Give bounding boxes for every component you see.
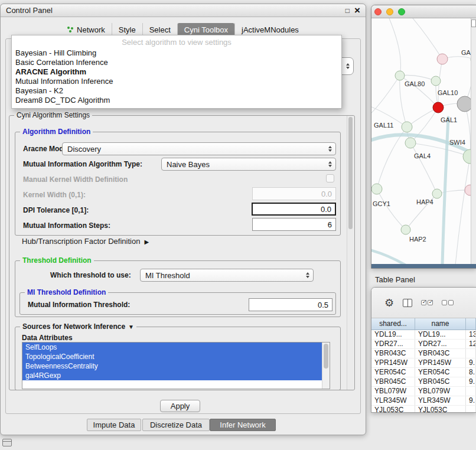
sources-title[interactable]: Sources for Network Inference▼ [20, 322, 136, 331]
tab-network[interactable]: Network [61, 23, 112, 36]
mi-threshold-label: Mutual Information Threshold: [28, 301, 130, 309]
table-row[interactable]: YJL053CYJL053C [371, 406, 476, 412]
algorithm-popup-item[interactable]: Dream8 DC_TDC Algorithm [12, 96, 341, 105]
column-header[interactable]: name [415, 318, 466, 330]
algorithm-popup-item[interactable]: Mutual Information Inference [12, 77, 341, 86]
algorithm-popup-list: Bayesian - Hill ClimbingBasic Correlatio… [12, 48, 341, 105]
mi-steps-label: Mutual Information Steps: [23, 221, 110, 230]
network-node[interactable] [437, 54, 448, 64]
algorithm-popup-item[interactable]: Basic Correlation Inference [12, 58, 341, 67]
mi-threshold-input[interactable] [249, 298, 332, 311]
network-node[interactable] [395, 71, 405, 80]
deselect-all-icon[interactable] [442, 300, 454, 305]
network-node[interactable] [405, 138, 416, 148]
network-edge[interactable] [389, 18, 401, 76]
apply-button[interactable]: Apply [160, 400, 200, 412]
bottom-tab-impute-data[interactable]: Impute Data [87, 419, 141, 431]
data-attributes-list[interactable]: SelfLoopsTopologicalCoefficientBetweenne… [22, 342, 330, 389]
table-row[interactable]: YER054CYER054C8. [371, 368, 476, 377]
hub-section-label: Hub/Transcription Factor Definition [22, 237, 140, 246]
table-row[interactable]: YDR27...YDR27...12 [371, 340, 476, 349]
combobox-arrows-icon [328, 146, 332, 152]
tab-label: jActiveMNodules [242, 25, 299, 34]
network-edge[interactable] [410, 143, 437, 194]
mi-threshold-definition-title: MI Threshold Definition [25, 288, 108, 296]
table-row[interactable]: YDL19...YDL19...13 [371, 330, 476, 340]
dpi-tolerance-input[interactable] [252, 203, 336, 216]
close-traffic-light-icon[interactable] [374, 8, 382, 15]
data-attribute-item[interactable]: SelfLoops [22, 343, 322, 352]
network-canvas[interactable]: GAL80GAL10GAL11GAL1SWI4GAL4GCY1HAP4HAP2G… [371, 18, 476, 265]
tab-jactivemnodules[interactable]: jActiveMNodules [234, 23, 305, 36]
network-node[interactable] [433, 102, 444, 113]
network-node[interactable] [432, 189, 442, 198]
network-node[interactable] [401, 225, 410, 234]
algorithm-popup-item[interactable]: Bayesian - Hill Climbing [12, 48, 341, 58]
table-row[interactable]: YBL079WYBL079W [371, 387, 476, 396]
table-cell [466, 349, 476, 358]
which-threshold-combobox[interactable]: MI Threshold [140, 269, 314, 282]
algorithm-popup-placeholder: Select algorithm to view settings [12, 35, 341, 48]
table-row[interactable]: YBR043CYBR043C [371, 349, 476, 358]
network-edge[interactable] [413, 18, 442, 59]
network-node-label: HAP4 [416, 198, 433, 206]
algorithm-popup: Select algorithm to view settings Bayesi… [11, 35, 342, 109]
column-header[interactable] [466, 318, 476, 330]
threshold-definition-title: Threshold Definition [20, 256, 94, 265]
zoom-traffic-light-icon[interactable] [398, 8, 405, 15]
table-cell: 9. [466, 358, 476, 367]
network-node[interactable] [371, 184, 382, 194]
hub-transcription-factor-section[interactable]: Hub/Transcription Factor Definition▶ [22, 237, 149, 246]
tab-select[interactable]: Select [142, 23, 177, 36]
close-window-icon[interactable]: × [354, 5, 360, 15]
select-all-icon[interactable] [421, 300, 433, 305]
algorithm-popup-item[interactable]: ARACNE Algorithm [12, 67, 341, 77]
scrollbar-thumb[interactable] [324, 344, 328, 369]
kernel-width-input[interactable] [252, 187, 336, 200]
table-cell: YPR145W [415, 358, 466, 367]
network-vertical-scrollbar[interactable] [471, 18, 476, 264]
attr-rows: SelfLoopsTopologicalCoefficientBetweenne… [22, 343, 330, 380]
network-window-titlebar [371, 5, 476, 18]
tab-style[interactable]: Style [112, 23, 142, 36]
data-attributes-label: Data Attributes [22, 334, 73, 342]
column-header[interactable]: shared... [371, 318, 415, 330]
table-row[interactable]: YPR145WYPR145W9. [371, 358, 476, 368]
tab-label: Cyni Toolbox [184, 25, 228, 34]
expand-down-arrow-icon: ▼ [128, 324, 134, 330]
settings-gear-icon[interactable]: ⚙ [384, 298, 394, 308]
network-edge[interactable] [455, 156, 470, 265]
table-row[interactable]: YBR045CYBR045C9. [371, 377, 476, 387]
network-tab-icon [67, 27, 74, 32]
network-edge[interactable] [371, 76, 400, 113]
bottom-tab-infer-network[interactable]: Infer Network [210, 419, 276, 431]
minimize-traffic-light-icon[interactable] [386, 8, 393, 15]
mi-steps-input[interactable] [252, 218, 336, 231]
scrollbar-button[interactable] [471, 19, 476, 27]
network-node-label: SWI4 [449, 139, 465, 146]
table-cell: YBR043C [415, 349, 466, 358]
dpi-tolerance-label: DPI Tolerance [0,1]: [23, 206, 89, 214]
network-edge[interactable] [371, 250, 406, 265]
tab-cyni-toolbox[interactable]: Cyni Toolbox [177, 23, 234, 36]
float-window-icon[interactable]: □ [345, 7, 350, 14]
aracne-mode-combobox[interactable]: Discovery [62, 142, 336, 155]
network-edge[interactable] [377, 189, 406, 230]
scrollbar-thumb[interactable] [348, 117, 353, 229]
tab-label: Style [119, 25, 136, 34]
bottom-tab-discretize-data[interactable]: Discretize Data [142, 419, 210, 431]
data-attribute-item[interactable]: TopologicalCoefficient [22, 352, 322, 361]
network-node[interactable] [431, 76, 441, 86]
panel-dock-icon[interactable] [2, 439, 12, 446]
settings-vertical-scrollbar[interactable] [347, 116, 354, 390]
data-attribute-item[interactable]: BetweennessCentrality [22, 361, 322, 371]
mi-algorithm-type-combobox[interactable]: Naive Bayes [161, 158, 336, 171]
column-selector-icon[interactable] [403, 299, 412, 307]
combobox-arrows-icon [306, 272, 309, 278]
attributes-vertical-scrollbar[interactable] [322, 343, 330, 389]
manual-kernel-width-checkbox[interactable] [326, 174, 334, 182]
table-row[interactable]: YLR345WYLR345W9. [371, 396, 476, 406]
algorithm-popup-item[interactable]: Bayesian - K2 [12, 86, 341, 96]
network-node[interactable] [402, 122, 412, 132]
data-attribute-item[interactable]: gal4RGexp [22, 371, 322, 380]
